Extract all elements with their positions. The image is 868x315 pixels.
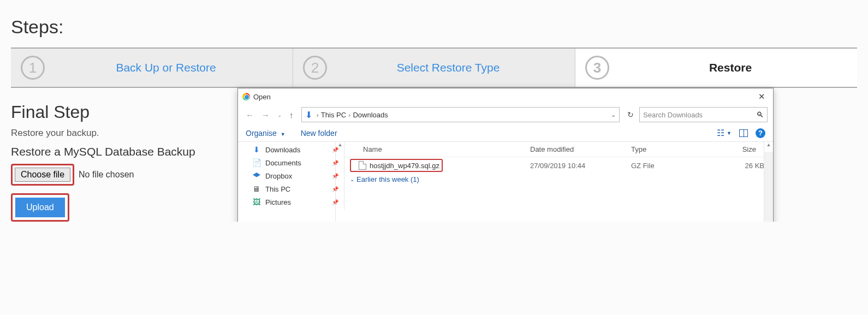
- file-scrollbar-vertical[interactable]: ▲: [764, 142, 773, 222]
- highlight-upload: Upload: [11, 193, 69, 222]
- highlight-choose-file: Choose file: [11, 164, 74, 186]
- nav-back-icon[interactable]: ←: [243, 109, 256, 121]
- step-number-icon: 3: [585, 56, 609, 80]
- step-label: Back Up or Restore: [49, 61, 283, 74]
- scroll-track[interactable]: [764, 152, 773, 222]
- sidebar-scrollbar[interactable]: ▲: [335, 142, 344, 222]
- pictures-icon: 🖼: [252, 198, 261, 206]
- dialog-titlebar: Open ✕: [238, 88, 773, 105]
- step-2[interactable]: 2 Select Restore Type: [293, 49, 575, 87]
- step-label: Select Restore Type: [331, 61, 565, 74]
- sidebar-item-label: Dropbox: [265, 172, 292, 180]
- sidebar-item-label: Downloads: [265, 146, 300, 154]
- file-open-dialog: Open ✕ ← → ⌄ ↑ ⬇ › This PC › Downloads ⌄…: [237, 88, 774, 222]
- wizard-steps: 1 Back Up or Restore 2 Select Restore Ty…: [11, 47, 857, 88]
- organise-menu[interactable]: Organise ▼: [246, 129, 286, 138]
- help-icon[interactable]: ?: [756, 128, 765, 138]
- thispc-icon: 🖥: [252, 185, 261, 193]
- sidebar-item-documents[interactable]: 📄 Documents 📌: [238, 156, 344, 169]
- step-1[interactable]: 1 Back Up or Restore: [11, 49, 293, 87]
- search-input[interactable]: Search Downloads 🔍︎: [639, 107, 768, 122]
- dialog-title-text: Open: [253, 93, 271, 101]
- sidebar-item-dropbox[interactable]: Dropbox 📌: [238, 169, 344, 182]
- scroll-up-icon[interactable]: ▲: [336, 142, 344, 152]
- column-date[interactable]: Date modified: [525, 142, 626, 157]
- search-placeholder: Search Downloads: [643, 111, 703, 119]
- downloads-icon: ⬇: [252, 145, 261, 154]
- preview-pane-icon[interactable]: [739, 129, 748, 137]
- nav-forward-icon[interactable]: →: [259, 109, 272, 121]
- choose-file-button[interactable]: Choose file: [15, 168, 70, 182]
- chevron-down-icon: ⌄: [350, 176, 354, 182]
- step-label: Restore: [614, 61, 847, 74]
- step-number-icon: 2: [303, 56, 327, 80]
- sidebar-item-label: Pictures: [265, 198, 291, 206]
- chrome-icon: [242, 93, 250, 100]
- dropbox-icon: [252, 171, 261, 180]
- choose-file-status: No file chosen: [79, 170, 134, 180]
- new-folder-button[interactable]: New folder: [301, 129, 337, 138]
- dialog-toolbar: Organise ▼ New folder ☷ ▼ ?: [238, 124, 773, 142]
- dialog-nav-row: ← → ⌄ ↑ ⬇ › This PC › Downloads ⌄ ↻ Sear…: [238, 105, 773, 124]
- file-size: 26 KB: [718, 162, 768, 170]
- file-row[interactable]: hostjjdh_wp479.sql.gz 27/09/2019 10:44 G…: [344, 157, 773, 174]
- column-size[interactable]: Size: [713, 142, 762, 157]
- column-headers: Name Date modified Type Size: [344, 142, 773, 157]
- path-root[interactable]: This PC: [321, 111, 346, 119]
- highlight-file: hostjjdh_wp479.sql.gz: [350, 159, 443, 172]
- group-label: Earlier this week (1): [356, 175, 419, 183]
- file-type: GZ File: [631, 162, 718, 170]
- file-icon: [359, 161, 366, 170]
- file-name: hostjjdh_wp479.sql.gz: [370, 162, 439, 170]
- dialog-sidebar: ⬇ Downloads 📌 📄 Documents 📌 Dropbox: [238, 142, 344, 210]
- step-3[interactable]: 3 Restore: [575, 49, 857, 87]
- nav-up-icon[interactable]: ↑: [287, 109, 296, 121]
- column-name[interactable]: Name: [344, 142, 525, 157]
- nav-recent-icon[interactable]: ⌄: [275, 111, 284, 119]
- scroll-up-icon[interactable]: ▲: [764, 142, 773, 152]
- downloads-arrow-icon: ⬇: [305, 110, 312, 120]
- breadcrumb-sep-icon: ›: [348, 111, 350, 119]
- chevron-down-icon[interactable]: ▼: [727, 130, 732, 136]
- page-title: Steps:: [11, 16, 857, 38]
- column-type[interactable]: Type: [626, 142, 713, 157]
- close-icon[interactable]: ✕: [755, 91, 769, 103]
- search-icon: 🔍︎: [756, 110, 764, 119]
- refresh-icon[interactable]: ↻: [625, 109, 636, 120]
- file-group-header[interactable]: ⌄ Earlier this week (1): [344, 174, 773, 185]
- sidebar-item-thispc[interactable]: 🖥 This PC 📌: [238, 182, 344, 195]
- address-bar[interactable]: ⬇ › This PC › Downloads ⌄: [301, 107, 620, 122]
- view-mode-icon[interactable]: ☷: [717, 128, 724, 138]
- upload-button[interactable]: Upload: [15, 198, 65, 217]
- sidebar-item-label: This PC: [265, 185, 290, 193]
- chevron-down-icon: ▼: [281, 132, 286, 137]
- chevron-down-icon[interactable]: ⌄: [611, 111, 616, 118]
- documents-icon: 📄: [252, 158, 261, 167]
- sidebar-item-label: Documents: [265, 159, 301, 167]
- breadcrumb-sep-icon: ›: [317, 111, 319, 119]
- sidebar-item-downloads[interactable]: ⬇ Downloads 📌: [238, 143, 344, 156]
- path-folder[interactable]: Downloads: [353, 111, 388, 119]
- step-number-icon: 1: [21, 56, 45, 80]
- sidebar-item-pictures[interactable]: 🖼 Pictures 📌: [238, 195, 344, 209]
- file-date: 27/09/2019 10:44: [530, 162, 631, 170]
